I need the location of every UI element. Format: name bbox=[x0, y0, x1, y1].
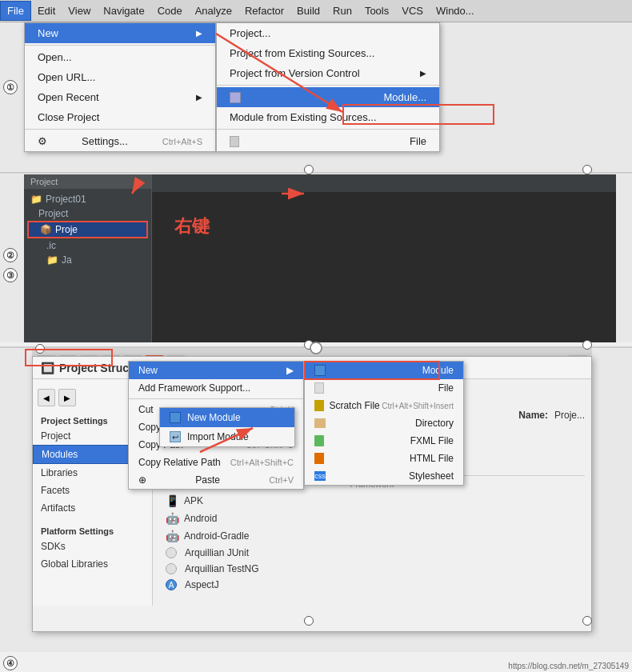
sub-module-item[interactable]: Module bbox=[305, 362, 463, 379]
file-icon bbox=[230, 136, 239, 147]
menu-window[interactable]: Windo... bbox=[430, 2, 481, 20]
new-project-vcs-item[interactable]: Project from Version Control ▶ bbox=[217, 63, 439, 83]
new-project-vcs-label: Project from Version Control bbox=[230, 67, 360, 79]
sub-module-label: Module bbox=[422, 365, 454, 376]
menu-edit[interactable]: Edit bbox=[31, 2, 62, 20]
ctx-paste-shortcut: Ctrl+V bbox=[269, 475, 294, 485]
menu-code[interactable]: Code bbox=[151, 2, 189, 20]
fw-android-gradle[interactable]: 🤖 Android-Gradle bbox=[159, 527, 585, 545]
menu-file[interactable]: File bbox=[0, 1, 31, 21]
sub-scratch-item[interactable]: Scratch File Ctrl+Alt+Shift+Insert bbox=[305, 397, 463, 414]
menu-bar: File Edit View Navigate Code Analyze Ref… bbox=[0, 0, 632, 22]
ctx-paste-icon: ⊕ bbox=[138, 474, 146, 486]
module-icon bbox=[230, 92, 241, 103]
sub-html-icon bbox=[314, 453, 324, 464]
new-module-existing-item[interactable]: Module from Existing Sources... bbox=[217, 107, 439, 127]
file-settings-item[interactable]: ⚙ Settings... Ctrl+Alt+S bbox=[25, 131, 215, 151]
new-submenu2: Module File Scratch File Ctrl+Alt+Shift+… bbox=[304, 361, 464, 486]
ctx-cut-label: Cut bbox=[138, 404, 154, 415]
tree-ja-icon: 📁 bbox=[46, 254, 58, 266]
new-project-item[interactable]: Project... bbox=[217, 23, 439, 43]
sidebar-sdks-item[interactable]: SDKs bbox=[33, 538, 152, 555]
sidebar-artifacts-item[interactable]: Artifacts bbox=[33, 499, 152, 517]
ctx-new-item[interactable]: New ▶ bbox=[129, 362, 303, 379]
sidebar-global-libraries-item[interactable]: Global Libraries bbox=[33, 555, 152, 573]
section1-file-menu: File Edit View Navigate Code Analyze Ref… bbox=[0, 0, 632, 172]
file-open-url-item[interactable]: Open URL... bbox=[25, 67, 215, 87]
menu-refactor[interactable]: Refactor bbox=[238, 2, 290, 20]
ctx-new-label: New bbox=[138, 365, 158, 376]
connector2 bbox=[304, 340, 314, 350]
separator4 bbox=[217, 129, 439, 130]
step3-marker: ③ bbox=[3, 268, 18, 282]
menu-view[interactable]: View bbox=[62, 2, 97, 20]
connector7 bbox=[35, 344, 45, 354]
ide-window2: Helloworld Project 📁 Project01 Project 📦… bbox=[24, 174, 616, 342]
sub-file-icon bbox=[314, 382, 324, 394]
sub-fxml-item[interactable]: FXML File bbox=[305, 432, 463, 450]
file-new-item[interactable]: New ▶ bbox=[25, 23, 215, 43]
settings-shortcut: Ctrl+Alt+S bbox=[162, 137, 202, 146]
ctx-paste-label: Paste bbox=[195, 474, 220, 486]
framework-section: Framework 📱 APK 🤖 Android 🤖 Android-Grad… bbox=[153, 475, 591, 593]
new-module-item[interactable]: Module... bbox=[217, 87, 439, 107]
file-new-arrow: ▶ bbox=[196, 29, 202, 38]
ctx-sep1 bbox=[129, 398, 303, 399]
ctx-framework-label: Add Framework Support... bbox=[138, 382, 250, 394]
sub-css-icon: css bbox=[314, 471, 326, 481]
file-open-recent-item[interactable]: Open Recent ▶ bbox=[25, 87, 215, 107]
new-submenu-1: Project... Project from Existing Sources… bbox=[216, 22, 440, 152]
add-import-module-item[interactable]: ↩ Import Module bbox=[160, 427, 294, 446]
sub-scratch-label: Scratch File bbox=[329, 400, 379, 411]
sub-css-label: Stylesheet bbox=[409, 470, 454, 482]
sub-dir-item[interactable]: Directory bbox=[305, 414, 463, 432]
ps-icon: 🔲 bbox=[41, 362, 54, 374]
ctx-paste-item[interactable]: ⊕ Paste Ctrl+V bbox=[129, 471, 303, 489]
file-open-item[interactable]: Open... bbox=[25, 47, 215, 67]
sub-scratch-shortcut: Ctrl+Alt+Shift+Insert bbox=[382, 402, 454, 410]
import-icon: ↩ bbox=[170, 431, 181, 442]
tree-project[interactable]: Project bbox=[27, 206, 148, 221]
tree-proje-label: Proje bbox=[55, 224, 78, 235]
android-icon: 🤖 bbox=[166, 512, 179, 525]
fw-arquillian-junit[interactable]: Arquillian JUnit bbox=[159, 545, 585, 561]
ctx-new-arrow: ▶ bbox=[286, 365, 294, 376]
tree-project01[interactable]: 📁 Project01 bbox=[27, 192, 148, 206]
sub-file-item[interactable]: File bbox=[305, 379, 463, 397]
ctx-copyrel-item[interactable]: Copy Relative Path Ctrl+Alt+Shift+C bbox=[129, 454, 303, 471]
ps-back-btn[interactable]: ◀ bbox=[38, 389, 55, 406]
connector6 bbox=[582, 616, 592, 626]
menu-run[interactable]: Run bbox=[326, 2, 358, 20]
fw-android[interactable]: 🤖 Android bbox=[159, 510, 585, 527]
menu-analyze[interactable]: Analyze bbox=[189, 2, 238, 20]
file-dropdown: New ▶ Open... Open URL... Open Recent ▶ … bbox=[24, 22, 216, 152]
new-project-existing-item[interactable]: Project from Existing Sources... bbox=[217, 43, 439, 63]
ctx-copy-label: Copy bbox=[138, 422, 161, 433]
file-close-project-item[interactable]: Close Project bbox=[25, 107, 215, 127]
fw-android-label: Android bbox=[184, 513, 217, 524]
connector5 bbox=[304, 616, 314, 626]
menu-vcs[interactable]: VCS bbox=[395, 2, 430, 20]
project-tab-label: Project bbox=[30, 177, 58, 186]
sub-css-item[interactable]: css Stylesheet bbox=[305, 467, 463, 485]
menu-build[interactable]: Build bbox=[290, 2, 326, 20]
new-file-item[interactable]: File bbox=[217, 131, 439, 151]
file-open-recent-arrow: ▶ bbox=[196, 93, 202, 102]
menu-navigate[interactable]: Navigate bbox=[97, 2, 150, 20]
tree-proje-selected[interactable]: 📦 Proje bbox=[27, 221, 148, 238]
menu-tools[interactable]: Tools bbox=[358, 2, 395, 20]
ctx-framework-item[interactable]: Add Framework Support... bbox=[129, 379, 303, 397]
project-tab: Project bbox=[24, 174, 151, 189]
watermark: https://blog.csdn.net/m_27305149 bbox=[508, 662, 629, 670]
fw-aspectj[interactable]: A AspectJ bbox=[159, 577, 585, 593]
connector1 bbox=[304, 165, 314, 174]
add-new-module-label: New Module bbox=[187, 412, 241, 423]
sub-html-item[interactable]: HTML File bbox=[305, 450, 463, 467]
add-new-module-item[interactable]: New Module bbox=[160, 408, 294, 427]
tree-ja[interactable]: 📁 Ja bbox=[27, 253, 148, 267]
tree-ic[interactable]: .ic bbox=[27, 238, 148, 253]
fw-apk[interactable]: 📱 APK bbox=[159, 492, 585, 510]
ps-forward-btn[interactable]: ▶ bbox=[58, 389, 76, 406]
fw-arquillian-testng[interactable]: Arquillian TestNG bbox=[159, 561, 585, 577]
sub-dir-label: Directory bbox=[415, 418, 454, 429]
